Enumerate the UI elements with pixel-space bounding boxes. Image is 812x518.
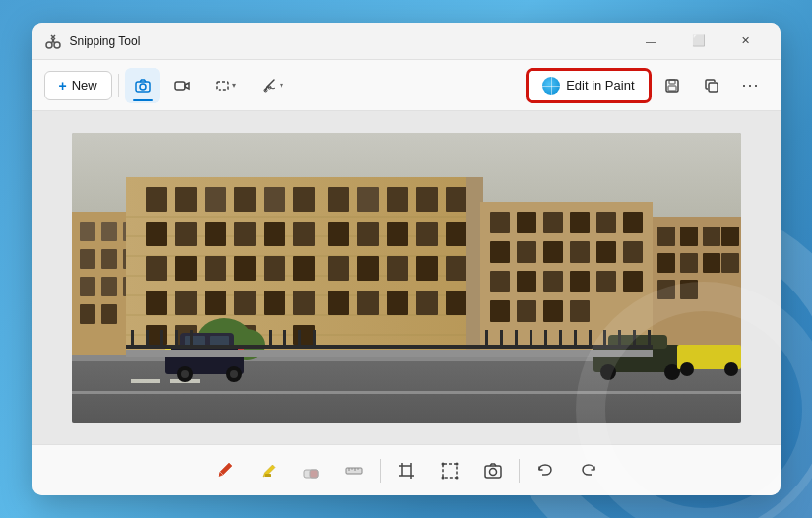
- svg-rect-75: [387, 256, 408, 281]
- svg-rect-20: [131, 379, 160, 383]
- svg-rect-53: [387, 187, 408, 212]
- svg-rect-111: [570, 271, 590, 292]
- svg-rect-31: [80, 277, 95, 296]
- svg-rect-9: [217, 82, 228, 90]
- save-button[interactable]: [655, 68, 690, 103]
- svg-rect-57: [175, 222, 197, 246]
- svg-rect-66: [446, 222, 468, 246]
- video-tool-button[interactable]: [164, 68, 200, 103]
- eraser-button[interactable]: [293, 453, 329, 488]
- ballpoint-pen-button[interactable]: [207, 453, 242, 488]
- svg-rect-62: [328, 222, 349, 246]
- svg-rect-52: [357, 187, 379, 212]
- svg-rect-153: [190, 330, 193, 349]
- bottom-divider-1: [380, 459, 381, 483]
- svg-rect-27: [80, 249, 95, 269]
- redo-button[interactable]: [571, 453, 606, 488]
- close-button[interactable]: ✕: [723, 26, 769, 57]
- svg-rect-178: [346, 468, 362, 474]
- svg-point-0: [46, 42, 52, 48]
- svg-rect-115: [517, 300, 536, 322]
- edit-in-paint-button[interactable]: Edit in Paint: [527, 69, 650, 102]
- svg-rect-174: [72, 391, 741, 394]
- edit-in-paint-label: Edit in Paint: [566, 78, 634, 93]
- svg-rect-55: [446, 187, 468, 212]
- svg-rect-88: [446, 291, 468, 315]
- svg-rect-28: [101, 249, 117, 269]
- svg-rect-72: [293, 256, 315, 281]
- svg-rect-149: [131, 330, 134, 349]
- ruler-button[interactable]: [337, 453, 372, 488]
- screenshot-image: [72, 133, 741, 423]
- svg-rect-167: [618, 330, 621, 349]
- maximize-button[interactable]: ⬜: [676, 26, 721, 57]
- window-controls: — ⬜ ✕: [629, 26, 769, 57]
- svg-rect-56: [146, 222, 167, 246]
- svg-point-173: [724, 362, 738, 376]
- svg-rect-162: [544, 330, 547, 349]
- title-bar: Snipping Tool — ⬜ ✕: [32, 23, 781, 60]
- svg-rect-114: [490, 300, 510, 322]
- undo-button[interactable]: [528, 453, 563, 488]
- svg-rect-175: [265, 474, 271, 477]
- toolbar: + New: [32, 60, 781, 111]
- selection-button[interactable]: [432, 453, 468, 488]
- minimize-button[interactable]: —: [629, 26, 674, 57]
- svg-rect-171: [677, 345, 741, 369]
- svg-rect-79: [175, 291, 197, 315]
- camera-tool-button[interactable]: [125, 68, 160, 103]
- svg-rect-119: [657, 227, 675, 246]
- svg-point-190: [441, 462, 444, 465]
- svg-rect-51: [328, 187, 349, 212]
- svg-rect-61: [293, 222, 315, 246]
- svg-rect-160: [515, 330, 518, 349]
- svg-rect-105: [570, 241, 590, 263]
- svg-rect-126: [721, 253, 739, 273]
- bottom-toolbar: [32, 444, 781, 495]
- snapshot-button[interactable]: [475, 453, 511, 488]
- svg-rect-127: [657, 280, 675, 299]
- svg-rect-150: [146, 330, 149, 349]
- more-dots-icon: ···: [741, 75, 759, 96]
- more-options-button[interactable]: ···: [733, 68, 769, 103]
- svg-rect-166: [603, 330, 606, 349]
- svg-rect-155: [283, 330, 286, 349]
- rectangle-tool-button[interactable]: ▾: [204, 68, 247, 103]
- svg-rect-103: [517, 241, 536, 263]
- svg-rect-70: [234, 256, 256, 281]
- svg-rect-59: [234, 222, 256, 246]
- app-icon: [44, 32, 62, 50]
- svg-rect-177: [310, 470, 318, 478]
- svg-rect-78: [146, 291, 167, 315]
- svg-point-172: [680, 362, 694, 376]
- svg-rect-102: [490, 241, 510, 263]
- new-button[interactable]: + New: [44, 71, 112, 100]
- svg-point-192: [441, 476, 444, 479]
- freeform-dropdown-arrow: ▾: [280, 81, 283, 90]
- svg-rect-69: [205, 256, 226, 281]
- svg-rect-156: [298, 330, 301, 349]
- rect-dropdown-arrow: ▾: [232, 81, 236, 90]
- svg-point-191: [455, 462, 458, 465]
- toolbar-right: Edit in Paint ···: [527, 68, 768, 103]
- crop-button[interactable]: [389, 453, 424, 488]
- svg-rect-170: [126, 350, 653, 357]
- svg-rect-109: [517, 271, 536, 292]
- svg-rect-113: [623, 271, 643, 292]
- svg-rect-121: [703, 227, 720, 246]
- svg-rect-157: [313, 330, 316, 349]
- copy-button[interactable]: [694, 68, 729, 103]
- svg-rect-96: [490, 212, 510, 233]
- svg-rect-81: [234, 291, 256, 315]
- svg-point-7: [140, 84, 146, 90]
- svg-point-146: [664, 364, 680, 380]
- freeform-tool-button[interactable]: ▾: [251, 68, 294, 103]
- svg-rect-161: [530, 330, 532, 349]
- svg-rect-165: [589, 330, 592, 349]
- highlighter-button[interactable]: [250, 453, 285, 488]
- svg-rect-100: [596, 212, 616, 233]
- svg-rect-15: [709, 83, 718, 92]
- svg-rect-106: [596, 241, 616, 263]
- svg-rect-32: [101, 277, 117, 296]
- svg-rect-159: [500, 330, 503, 349]
